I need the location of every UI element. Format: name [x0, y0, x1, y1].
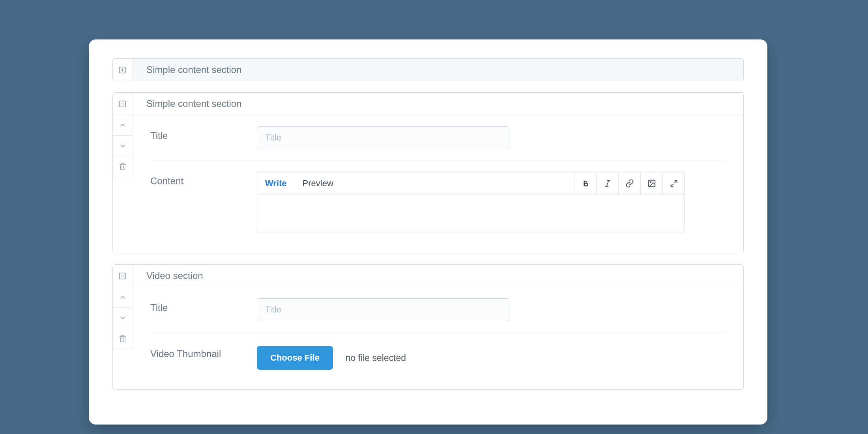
fullscreen-button[interactable]: [662, 172, 685, 195]
tab-write[interactable]: Write: [257, 172, 295, 195]
section-title: Simple content section: [133, 64, 241, 75]
bold-button[interactable]: [574, 172, 596, 195]
section-side-controls: [113, 287, 133, 349]
minus-square-icon: [119, 100, 126, 108]
editor-toolbar: Write Preview: [257, 172, 685, 195]
thumbnail-label: Video Thumbnail: [150, 344, 257, 360]
section-title: Video section: [133, 270, 203, 281]
trash-icon: [119, 163, 127, 170]
expand-icon: [670, 180, 678, 187]
title-input[interactable]: [257, 298, 509, 321]
title-label: Title: [150, 298, 257, 313]
expand-toggle[interactable]: [113, 59, 133, 81]
bold-icon: [581, 179, 590, 188]
file-status-text: no file selected: [346, 353, 406, 363]
svg-line-9: [606, 180, 609, 186]
collapse-toggle[interactable]: [113, 265, 133, 287]
chevron-down-icon: [120, 315, 126, 321]
move-down-button[interactable]: [113, 308, 132, 328]
tab-preview[interactable]: Preview: [295, 172, 341, 195]
field-title: Title: [150, 115, 726, 161]
move-up-button[interactable]: [113, 287, 132, 308]
form-card: Simple content section Simple content se…: [89, 39, 767, 425]
svg-line-13: [671, 184, 673, 186]
title-label: Title: [150, 126, 257, 141]
section-title: Simple content section: [133, 98, 241, 109]
trash-icon: [119, 335, 127, 342]
field-content: Content Write Preview: [150, 161, 726, 253]
content-label: Content: [150, 172, 257, 187]
italic-icon: [603, 179, 612, 188]
field-video-thumbnail: Video Thumbnail Choose File no file sele…: [150, 333, 726, 389]
minus-square-icon: [119, 272, 126, 280]
chevron-up-icon: [120, 122, 126, 129]
section-header[interactable]: Simple content section: [113, 93, 743, 115]
chevron-down-icon: [120, 143, 126, 149]
link-icon: [625, 179, 634, 188]
markdown-editor: Write Preview: [257, 172, 685, 233]
image-button[interactable]: [640, 172, 662, 195]
delete-button[interactable]: [113, 328, 132, 349]
delete-button[interactable]: [113, 156, 132, 177]
section-header[interactable]: Video section: [113, 265, 743, 287]
plus-square-icon: [119, 66, 126, 74]
editor-textarea[interactable]: [257, 195, 685, 233]
field-title: Title: [150, 287, 726, 333]
title-input[interactable]: [257, 126, 509, 149]
svg-line-12: [674, 180, 677, 183]
section-side-controls: [113, 115, 133, 177]
collapse-toggle[interactable]: [113, 93, 133, 115]
italic-button[interactable]: [596, 172, 618, 195]
section-add-simple-content: Simple content section: [112, 58, 744, 81]
move-up-button[interactable]: [113, 115, 132, 136]
section-header[interactable]: Simple content section: [113, 59, 743, 81]
svg-point-11: [650, 181, 651, 183]
choose-file-button[interactable]: Choose File: [257, 346, 333, 370]
section-video: Video section: [112, 264, 744, 390]
section-simple-content: Simple content section: [112, 92, 744, 253]
move-down-button[interactable]: [113, 136, 132, 156]
image-icon: [647, 179, 656, 188]
link-button[interactable]: [618, 172, 640, 195]
chevron-up-icon: [120, 294, 126, 301]
